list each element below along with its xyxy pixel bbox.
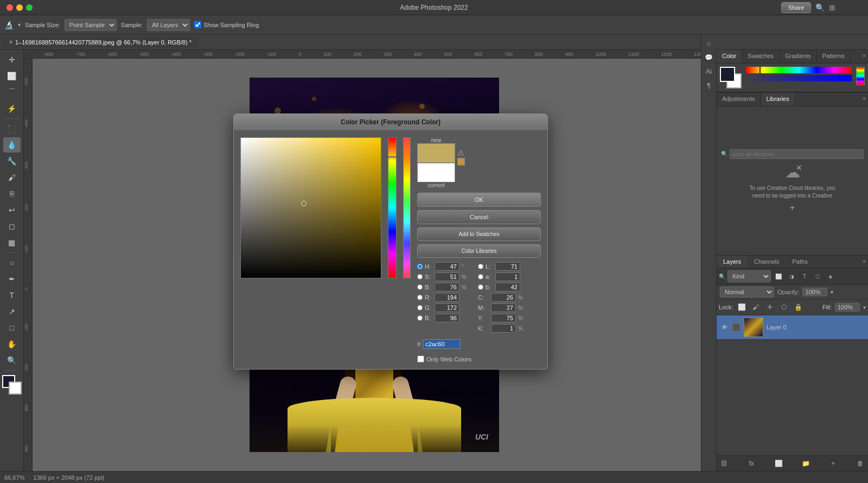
sample-size-select[interactable]: Point Sample [65,19,117,31]
adj-panel-menu-icon[interactable]: ≡ [860,93,868,106]
cp-R-radio[interactable] [417,295,423,300]
lock-image-icon[interactable]: 🖌 [750,302,761,313]
cp-B-input[interactable] [435,283,459,291]
tab-paths[interactable]: Paths [786,256,814,268]
libraries-add-icon[interactable]: + [790,203,795,213]
second-hue-strip[interactable] [403,137,411,278]
cp-a-input[interactable] [495,272,520,281]
paragraph-icon[interactable]: ¶ [704,80,714,91]
new-group-icon[interactable]: 📁 [801,458,812,469]
ok-button[interactable]: OK [417,193,541,207]
tab-layers[interactable]: Layers [717,256,748,268]
tab-patterns[interactable]: Patterns [817,50,851,63]
fg-bg-colors[interactable] [2,375,22,395]
cancel-button[interactable]: Cancel [417,210,541,224]
cp-C-input[interactable] [491,293,516,302]
tab-swatches[interactable]: Swatches [742,50,780,63]
layer-visibility-icon[interactable]: 👁 [720,323,729,332]
spot-heal-tool[interactable]: 🔧 [3,154,21,169]
lock-position-icon[interactable]: ✛ [764,302,775,313]
panel-menu-icon[interactable]: ≡ [860,50,868,63]
delete-layer-icon[interactable]: 🗑 [855,458,866,469]
libraries-search-input[interactable] [730,149,864,159]
cp-b-input[interactable] [495,283,520,291]
cp-B-radio[interactable] [417,284,423,290]
hue-strip[interactable] [388,137,397,278]
document-tab[interactable]: ✕ 1–169816885766614420775889.jpeg @ 66,7… [2,37,198,48]
layers-filter-adj-icon[interactable]: ◑ [786,271,797,282]
history-brush-tool[interactable]: ↩ [3,202,21,218]
comment-icon[interactable]: 💬 [704,52,714,63]
add-to-swatches-button[interactable]: Add to Swatches [417,227,541,241]
layer-link-icon[interactable] [732,323,741,332]
layers-filter-text-icon[interactable]: T [799,271,810,282]
cp-alert-color[interactable] [457,158,465,166]
tab-close-icon[interactable]: ✕ [9,39,13,45]
link-layers-icon[interactable]: ⛓ [719,458,730,469]
layers-kind-select[interactable]: Kind [727,270,771,282]
eyedropper-icon[interactable]: 🔬 [4,21,14,29]
cp-alert-icon[interactable]: ⚠ [457,148,465,157]
tab-adjustments[interactable]: Adjustments [717,93,761,106]
text-ai-icon[interactable]: Ai [704,66,714,77]
layers-panel-menu-icon[interactable]: ≡ [860,256,868,268]
lasso-tool[interactable]: ⌒ [3,85,21,100]
text-tool[interactable]: T [3,288,21,303]
hand-tool[interactable]: ✋ [3,336,21,352]
fg-color-box[interactable] [720,67,735,82]
blend-mode-select[interactable]: Normal [720,287,774,297]
crop-tool[interactable]: ⬛ [3,121,21,136]
cp-H-radio[interactable] [417,264,423,269]
cp-hex-input[interactable] [423,339,461,349]
layers-filter-shape-icon[interactable]: ⬡ [812,271,823,282]
traffic-lights[interactable] [7,4,33,11]
fg-bg-display[interactable] [720,67,742,88]
cp-L-radio[interactable] [478,264,483,269]
tab-libraries[interactable]: Libraries [761,93,795,106]
home-icon[interactable]: ⌂ [704,38,714,49]
select-tool[interactable]: ⬜ [3,68,21,84]
close-button[interactable] [7,4,13,11]
share-button[interactable]: Share [781,2,811,13]
cp-G-input[interactable] [435,303,459,312]
cp-S-radio[interactable] [417,274,423,279]
vertical-hue-strip[interactable] [856,67,865,85]
layers-filter-pixel-icon[interactable]: ⬜ [773,271,784,282]
tab-gradients[interactable]: Gradients [780,50,817,63]
cp-L-input[interactable] [495,262,520,271]
fill-input[interactable] [835,303,860,312]
cp-B2-input[interactable] [435,314,459,322]
search-icon[interactable]: 🔍 [815,3,825,12]
cp-K-input[interactable] [491,324,516,333]
cp-G-radio[interactable] [417,305,423,310]
pen-tool[interactable]: ✒ [3,271,21,287]
path-select-tool[interactable]: ↗ [3,304,21,319]
lock-artboard-icon[interactable]: ⬡ [778,302,789,313]
lock-all-icon[interactable]: 🔒 [793,302,803,313]
tool-options-arrow[interactable]: ▾ [18,22,21,28]
add-mask-icon[interactable]: ⬜ [773,458,784,469]
cp-H-input[interactable] [435,262,459,271]
cp-b-radio[interactable] [478,284,483,290]
eyedropper-tool active[interactable]: 💧 [3,137,21,152]
alpha-bar[interactable] [746,75,852,81]
background-color[interactable] [9,382,22,395]
cp-M-input[interactable] [491,303,516,312]
tab-color[interactable]: Color [717,50,742,63]
tab-channels[interactable]: Channels [748,256,786,268]
new-layer-icon[interactable]: + [828,458,839,469]
dodge-tool[interactable]: ○ [3,255,21,270]
quick-select-tool[interactable]: ⚡ [3,101,21,116]
arrange-icon[interactable]: ⊞ [829,3,835,12]
show-sampling-ring-label[interactable]: Show Sampling Ring [194,21,259,28]
sample-select[interactable]: All Layers [147,19,190,31]
brush-tool[interactable]: 🖌 [3,170,21,185]
shape-tool[interactable]: □ [3,320,21,335]
opacity-arrow[interactable]: ▾ [831,289,833,295]
maximize-button[interactable] [26,4,33,11]
eraser-tool[interactable]: ◻ [3,219,21,234]
minimize-button[interactable] [16,4,23,11]
move-tool[interactable]: ✛ [3,52,21,67]
clone-tool[interactable]: ⎘ [3,186,21,201]
cp-R-input[interactable] [435,293,459,302]
